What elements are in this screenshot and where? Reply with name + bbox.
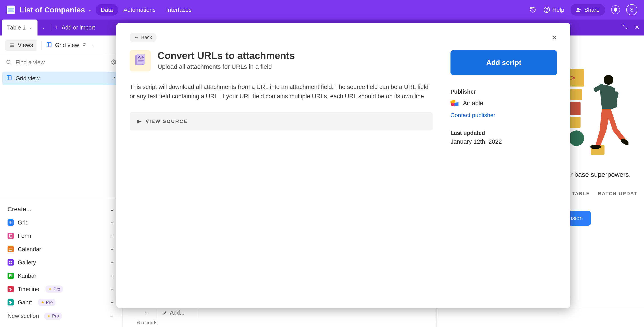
publisher-row: Airtable [450, 99, 557, 107]
back-button[interactable]: ← Back [130, 33, 156, 42]
close-button[interactable]: ✕ [552, 34, 557, 42]
contact-publisher-link[interactable]: Contact publisher [450, 112, 557, 119]
airtable-logo-icon [450, 99, 459, 107]
view-source-toggle[interactable]: ▶ VIEW SOURCE [130, 112, 433, 130]
modal-sidebar: Add script Publisher Airtable Contact pu… [450, 50, 557, 145]
add-script-label: Add script [486, 58, 521, 66]
script-detail-modal: ← Back ✕ </> Convert URLs to at [116, 23, 570, 308]
back-label: Back [141, 34, 152, 40]
add-script-button[interactable]: Add script [450, 50, 557, 75]
triangle-right-icon: ▶ [137, 118, 142, 124]
publisher-heading: Publisher [450, 88, 557, 95]
script-description: This script will download all attachment… [130, 82, 432, 101]
script-subtitle: Upload all attachments for URLs in a fie… [158, 63, 295, 70]
last-updated-heading: Last updated [450, 130, 557, 136]
close-icon: ✕ [552, 34, 557, 41]
modal-main: </> Convert URLs to attachments Upload a… [130, 50, 433, 145]
arrow-left-icon: ← [134, 34, 139, 40]
script-title: Convert URLs to attachments [158, 50, 295, 62]
script-icon: </> [130, 50, 151, 72]
view-source-label: VIEW SOURCE [146, 118, 188, 124]
publisher-name: Airtable [463, 100, 483, 107]
svg-text:</>: </> [138, 55, 144, 60]
last-updated-date: January 12th, 2022 [450, 138, 557, 145]
